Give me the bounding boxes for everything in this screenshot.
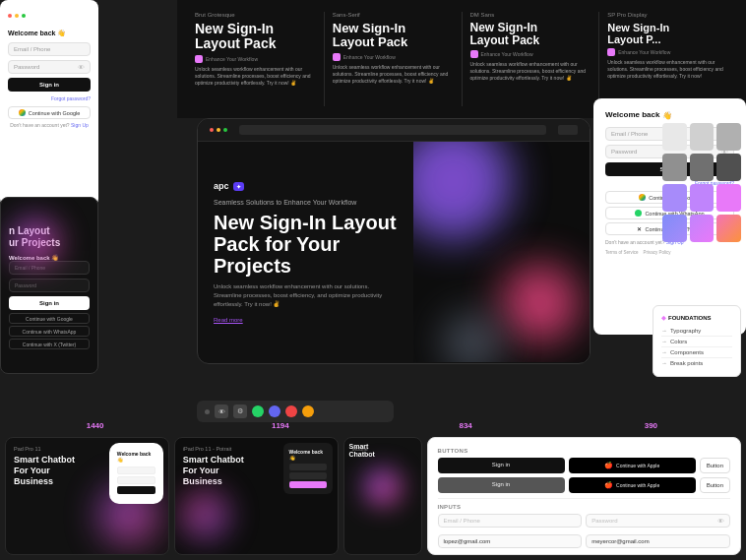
tablet-content: apc ✦ Seamless Solutions to Enhance Your… xyxy=(198,142,590,362)
swatch-11 xyxy=(716,215,741,242)
swatch-7 xyxy=(690,184,715,212)
apple-btn-2[interactable]: 🍎 Continue with Apple xyxy=(569,477,696,493)
pass-icon-1: 👁 xyxy=(717,518,724,525)
privacy-link[interactable]: Privacy Policy xyxy=(644,250,671,255)
btn-row-2: Sign in 🍎 Continue with Apple Button xyxy=(438,477,731,493)
whatsapp-icon xyxy=(635,210,642,217)
ctrl-icon-settings[interactable]: ⚙ xyxy=(233,404,247,418)
bottom-blob-2 xyxy=(363,467,403,507)
input-email-value-2[interactable]: meyercor@gmail.com xyxy=(586,534,730,548)
typo-desc-0: Unlock seamless workflow enhancement wit… xyxy=(195,66,316,87)
sign-in-btn-gray[interactable]: Sign in xyxy=(438,477,565,493)
tablet-controls xyxy=(558,125,578,135)
typo-heading-2: New Sign-InLayout Pack xyxy=(470,22,591,47)
mobile-blob xyxy=(11,218,60,267)
dot-red xyxy=(8,14,12,18)
ctrl-color-purple[interactable] xyxy=(269,405,280,417)
mobile-email-placeholder: Email / Phone xyxy=(14,46,50,52)
form-elements-panel: Buttons Sign in 🍎 Continue with Apple Bu… xyxy=(427,437,742,555)
dark-whatsapp-btn[interactable]: Continue with WhatsApp xyxy=(9,326,90,337)
mobile-signin-label: Sign in xyxy=(39,82,59,88)
legal-links: Terms of Service Privacy Policy xyxy=(605,250,734,255)
mobile-small-heading: SmartChatbot xyxy=(349,443,375,460)
main-canvas: Brut Grotesque New Sign-InLayout Pack En… xyxy=(0,0,746,560)
tablet-logo: apc ✦ xyxy=(214,181,398,191)
input-email-1[interactable]: Email / Phone xyxy=(438,514,583,528)
dark-twitter-btn[interactable]: Continue with X (Twitter) xyxy=(9,339,90,349)
ctrl-color-green[interactable] xyxy=(252,405,264,417)
center-tablet: apc ✦ Seamless Solutions to Enhance Your… xyxy=(197,118,591,364)
swatch-2 xyxy=(716,123,741,151)
swatch-10 xyxy=(690,215,715,242)
size-390: 390 xyxy=(561,421,741,430)
typo-label-3: SP Pro Display xyxy=(607,12,728,18)
bottom-mockup-2: Mobile SmartChatbot xyxy=(343,437,422,555)
swatch-9 xyxy=(662,215,687,242)
typo-desc-1: Unlock seamless workflow enhancement wit… xyxy=(333,64,454,85)
mockup-dark-form: Welcome back 👋 xyxy=(283,443,333,494)
ctrl-color-red[interactable] xyxy=(285,405,297,417)
foundations-components[interactable]: → Components xyxy=(661,347,732,358)
google-icon xyxy=(19,109,26,116)
swatch-5 xyxy=(716,154,741,181)
mobile-forgot[interactable]: Forgot password? xyxy=(8,95,91,101)
ctrl-color-yellow[interactable] xyxy=(302,405,314,417)
mobile-no-account: Don't have an account yet? Sign Up xyxy=(8,122,91,128)
input-password-1[interactable]: Password 👁 xyxy=(586,514,730,528)
dark-email-field[interactable]: Email / Phone xyxy=(9,261,90,275)
dark-google-btn[interactable]: Continue with Google xyxy=(9,313,90,324)
typo-col-sp: SP Pro Display New Sign-InLayout P... En… xyxy=(599,12,736,106)
diamond-icon: ◆ xyxy=(661,314,666,321)
left-mobile-small: Welcome back 👋 Email / Phone Password 👁 … xyxy=(0,0,98,207)
typo-col-dm: DM Sans New Sign-InLayout Pack Enhance Y… xyxy=(463,12,600,106)
typo-heading-1: New Sign-InLayout Pack xyxy=(333,22,454,50)
swatch-8 xyxy=(716,184,741,212)
mobile-pass-field[interactable]: Password 👁 xyxy=(8,60,91,74)
tablet-cta[interactable]: Read more xyxy=(214,317,398,323)
foundations-colors[interactable]: → Colors xyxy=(661,337,732,347)
dark-social-btns: Continue with Google Continue with Whats… xyxy=(9,313,90,349)
mobile-signup[interactable]: Sign Up xyxy=(71,122,89,128)
apple-icon-1: 🍎 xyxy=(604,462,613,469)
mobile-signin-btn[interactable]: Sign in xyxy=(8,78,91,92)
mobile-google-label: Continue with Google xyxy=(29,110,81,116)
color-swatches-panel xyxy=(657,118,746,247)
apple-icon-2: 🍎 xyxy=(604,481,613,489)
swatch-4 xyxy=(690,154,715,181)
mobile-google-btn[interactable]: Continue with Google xyxy=(8,106,91,119)
ctrl-dot-1 xyxy=(205,409,210,414)
sign-in-btn-dark[interactable]: Sign in xyxy=(438,458,565,473)
swatch-6 xyxy=(662,184,687,212)
blob-purple xyxy=(413,142,512,240)
dark-signin-btn[interactable]: Sign in xyxy=(9,296,90,310)
signin-email-placeholder: Email / Phone xyxy=(611,131,648,137)
ctrl-icon-eye[interactable]: 👁 xyxy=(215,404,228,418)
btn-row-1: Sign in 🍎 Continue with Apple Button xyxy=(438,458,731,473)
typo-badge-3: Enhance Your Workflow xyxy=(607,48,728,56)
foundations-breakpoints[interactable]: → Break points xyxy=(661,358,732,368)
bottom-mockup-1: iPad Pro 11 - Potrait Smart ChatbotFor Y… xyxy=(174,437,339,555)
mobile-email-field[interactable]: Email / Phone xyxy=(8,42,91,56)
typo-heading-3: New Sign-InLayout P... xyxy=(607,22,728,45)
typo-heading-0: New Sign-InLayout Pack xyxy=(195,22,316,52)
mobile-pass-placeholder: Password xyxy=(14,64,39,70)
signin-title: Welcome back xyxy=(605,110,659,119)
typo-label-1: Sans-Serif xyxy=(333,12,454,18)
tablet-url-bar xyxy=(239,125,546,135)
dark-pass-placeholder: Password xyxy=(15,282,36,288)
dark-pass-field[interactable]: Password xyxy=(9,279,90,292)
tablet-right-panel xyxy=(413,142,590,362)
tablet-dot-green xyxy=(223,128,227,132)
input-email-value-1[interactable]: lopez@gmail.com xyxy=(438,534,583,548)
typo-badge-0: Enhance Your Workflow xyxy=(195,55,316,63)
swatch-1 xyxy=(690,123,715,151)
foundations-typography[interactable]: → Typography xyxy=(661,326,732,337)
size-1194: 1194 xyxy=(190,421,370,430)
typo-badge-1: Enhance Your Workflow xyxy=(333,53,454,61)
eye-icon: 👁 xyxy=(78,64,85,71)
apple-btn-1[interactable]: 🍎 Continue with Apple xyxy=(569,458,696,473)
outline-btn-2[interactable]: Button xyxy=(700,477,730,493)
terms-link[interactable]: Terms of Service xyxy=(605,250,639,255)
size-834: 834 xyxy=(376,421,556,430)
outline-btn-1[interactable]: Button xyxy=(700,458,730,473)
